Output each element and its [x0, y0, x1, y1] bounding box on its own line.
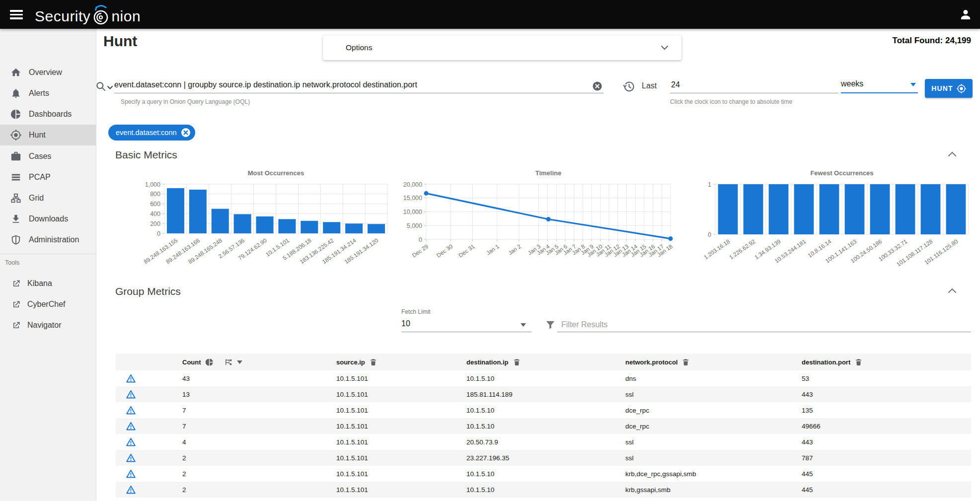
trash-icon[interactable] [369, 358, 377, 366]
bar-185.191.34.120[interactable] [368, 224, 385, 233]
warning-icon[interactable] [126, 485, 136, 495]
bar-89.248.163.166[interactable] [189, 190, 207, 233]
briefcase-icon [10, 151, 21, 162]
sidebar-item-kibana[interactable]: Kibana [0, 273, 96, 294]
trash-icon[interactable] [854, 358, 863, 366]
logo-text-left: Security [35, 6, 90, 26]
search-icon [95, 80, 108, 93]
svg-text:0: 0 [419, 236, 422, 243]
warning-icon[interactable] [126, 373, 136, 384]
warning-icon[interactable] [126, 469, 136, 479]
sidebar-item-navigator[interactable]: Navigator [0, 315, 96, 336]
bar-100.33.32.71[interactable] [896, 184, 915, 234]
warning-icon[interactable] [126, 421, 136, 431]
sidebar-item-hunt[interactable]: Hunt [0, 125, 96, 145]
bar-5.188.206.18[interactable] [301, 221, 318, 233]
duration-unit-select[interactable]: weeks [841, 78, 918, 93]
bar-1.203.16.18[interactable] [718, 184, 738, 234]
table-cell: ssl [624, 454, 801, 462]
caret-down-icon[interactable] [237, 360, 242, 364]
table-cell: 10.1.5.101 [335, 454, 465, 462]
warning-icon[interactable] [126, 389, 136, 400]
table-row[interactable]: 210.1.5.10123.227.196.35ssl787 [116, 450, 971, 466]
sidebar-item-cyberchef[interactable]: CyberChef [0, 294, 96, 315]
bar-101.116.125.80[interactable] [946, 184, 966, 234]
history-clock-icon[interactable] [623, 80, 635, 93]
warning-icon[interactable] [126, 405, 136, 416]
data-point-Jan 18[interactable] [669, 236, 673, 241]
warning-icon[interactable] [126, 453, 136, 463]
pie-chart-icon[interactable] [205, 358, 214, 366]
options-panel[interactable]: Options [323, 35, 681, 60]
table-cell: dns [624, 375, 801, 382]
fetch-limit-select[interactable]: 10 [401, 319, 410, 328]
data-point-Jan 3[interactable] [546, 217, 551, 221]
bar-10.53.244.181[interactable] [794, 184, 814, 234]
bar-183.136.225.42[interactable] [323, 222, 340, 233]
collapse-group-metrics-icon[interactable] [948, 288, 957, 293]
sidebar-item-dashboards[interactable]: Dashboards [0, 104, 96, 125]
chart-fewest-occurrences[interactable]: Fewest Occurrences011.203.16.181.226.62.… [686, 169, 971, 288]
row-flag-cell [116, 421, 181, 431]
table-row[interactable]: 410.1.5.10120.50.73.9ssl443 [116, 434, 971, 450]
bar-89.248.165.248[interactable] [212, 209, 229, 234]
table-row[interactable]: 1310.1.5.101185.81.114.189ssl443 [116, 386, 971, 402]
table-cell: 787 [801, 454, 971, 462]
trash-icon[interactable] [681, 358, 690, 366]
bar-10.1.5.101[interactable] [278, 219, 296, 233]
sidebar-item-alerts[interactable]: Alerts [0, 83, 96, 104]
bar-79.124.62.90[interactable] [256, 216, 274, 233]
table-row[interactable]: 210.1.5.10110.1.5.10krb,gssapi,smb445 [116, 482, 971, 498]
bar-185.191.34.214[interactable] [345, 223, 363, 233]
sidebar-item-label: Hunt [29, 131, 46, 140]
filter-results-input[interactable] [560, 318, 973, 332]
trash-icon[interactable] [513, 358, 521, 366]
bar-1.226.62.92[interactable] [744, 184, 763, 234]
table-cell: 13 [181, 391, 335, 398]
menu-icon[interactable] [10, 8, 23, 21]
duration-input[interactable] [670, 78, 838, 93]
caret-down-icon[interactable] [521, 323, 526, 327]
sankey-icon[interactable] [225, 358, 233, 366]
svg-text:Dec 29: Dec 29 [411, 243, 429, 259]
sidebar-item-label: Grid [29, 194, 44, 203]
sidebar-item-grid[interactable]: Grid [0, 188, 96, 209]
sidebar-item-label: Dashboards [29, 110, 72, 119]
data-point-Dec 29[interactable] [424, 191, 429, 196]
bar-2.56.57.136[interactable] [234, 214, 251, 233]
svg-text:15,000: 15,000 [403, 195, 422, 202]
table-row[interactable]: 710.1.5.10110.1.5.10dce_rpc135 [116, 402, 971, 418]
table-cell: dce_rpc [624, 407, 801, 414]
chip-close-icon[interactable] [181, 128, 191, 138]
bar-89.248.163.155[interactable] [167, 188, 184, 233]
sidebar-item-administration[interactable]: Administration [0, 229, 96, 250]
sidebar-item-label: PCAP [29, 173, 51, 182]
sidebar-item-downloads[interactable]: Downloads [0, 209, 96, 229]
query-input[interactable] [114, 78, 603, 93]
collapse-basic-metrics-icon[interactable] [948, 151, 957, 157]
sidebar-item-cases[interactable]: Cases [0, 146, 96, 167]
chart-most-occurrences[interactable]: Most Occurrences02004006008001,00089.248… [116, 169, 401, 288]
table-row[interactable]: 210.1.5.10110.1.5.10krb,dce_rpc,gssapi,s… [116, 466, 971, 482]
sidebar-item-label: Kibana [27, 279, 52, 288]
hunt-button[interactable]: HUNT [925, 79, 973, 98]
clear-query-icon[interactable] [592, 81, 603, 91]
table-row[interactable]: 710.1.5.10110.1.5.10dce_rpc49666 [116, 418, 971, 434]
bar-100.24.50.186[interactable] [870, 184, 890, 234]
bar-101.108.117.128[interactable] [921, 184, 941, 234]
filter-chip[interactable]: event.dataset:conn [108, 125, 195, 141]
table-cell: 7 [181, 423, 335, 430]
chart-timeline[interactable]: Timeline05,00010,00015,00020,000Dec 29De… [401, 169, 686, 288]
table-row[interactable]: 4310.1.5.10110.1.5.10dns53 [116, 370, 971, 386]
sidebar-item-pcap[interactable]: PCAP [0, 167, 96, 188]
bar-100.1.141.163[interactable] [845, 184, 865, 234]
query-history-chevron-icon[interactable] [107, 85, 113, 90]
sidebar-item-overview[interactable]: Overview [0, 62, 96, 83]
bar-1.34.93.139[interactable] [769, 184, 789, 234]
svg-text:1: 1 [708, 181, 711, 188]
warning-icon[interactable] [126, 437, 136, 447]
svg-text:Dec 30: Dec 30 [436, 243, 454, 259]
svg-text:400: 400 [150, 211, 160, 217]
account-icon[interactable] [959, 8, 972, 21]
bar-10.8.16.14[interactable] [820, 184, 839, 234]
